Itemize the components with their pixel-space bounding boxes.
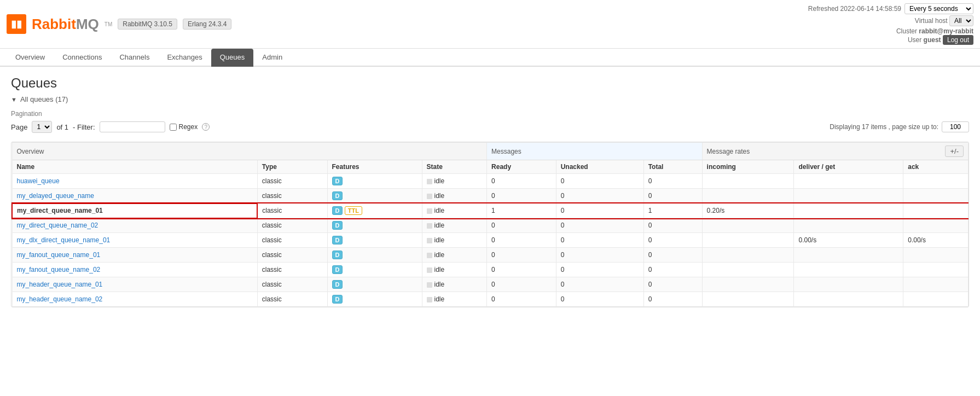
queue-name-link[interactable]: my_fanout_queue_name_01 (17, 251, 101, 259)
cluster-row: Cluster rabbit@my-rabbit (808, 27, 973, 35)
pagination-controls: Page 1 of 1 - Filter: Regex ? Displaying… (11, 121, 969, 133)
logout-button[interactable]: Log out (943, 35, 973, 45)
queue-ack-cell (903, 263, 969, 277)
user-row: User guest Log out (808, 35, 973, 45)
queue-ack-cell (903, 189, 969, 203)
table-row[interactable]: my_dlx_direct_queue_name_01classicD idle… (12, 233, 969, 248)
queue-name-link[interactable]: my_header_queue_name_01 (17, 281, 103, 288)
state-indicator-icon (427, 267, 432, 273)
queue-ready-cell: 0 (487, 189, 556, 203)
logo-area: ▮▮ RabbitMQ TM RabbitMQ 3.10.5 Erlang 24… (7, 14, 231, 34)
queue-type-cell: classic (257, 218, 327, 233)
plus-minus-button[interactable]: +/- (945, 145, 964, 157)
queue-name-cell[interactable]: my_direct_queue_name_01 (12, 203, 257, 218)
cluster-label: Cluster (896, 27, 917, 35)
rabbitmq-version: RabbitMQ 3.10.5 (118, 19, 177, 30)
col-type: Type (257, 160, 327, 174)
queue-ack-cell (903, 292, 969, 307)
queue-deliver-get-cell (794, 189, 903, 203)
table-row[interactable]: my_delayed_queue_nameclassicD idle000 (12, 189, 969, 203)
table-row[interactable]: my_header_queue_name_01classicD idle000 (12, 277, 969, 292)
queue-name-link[interactable]: my_delayed_queue_name (17, 192, 94, 200)
table-row[interactable]: my_fanout_queue_name_01classicD idle000 (12, 248, 969, 263)
nav-queues[interactable]: Queues (211, 49, 254, 67)
page-size-input[interactable] (942, 121, 969, 132)
help-icon[interactable]: ? (202, 123, 210, 131)
logo-mq: MQ (76, 16, 99, 32)
regex-check[interactable]: Regex (170, 123, 198, 131)
queue-name-link[interactable]: my_fanout_queue_name_02 (17, 266, 101, 273)
queue-name-link[interactable]: my_dlx_direct_queue_name_01 (17, 236, 111, 244)
queue-name-cell[interactable]: huawei_queue (12, 174, 257, 189)
queue-name-cell[interactable]: my_fanout_queue_name_01 (12, 248, 257, 263)
vhost-select[interactable]: All (949, 15, 973, 26)
regex-checkbox[interactable] (170, 124, 177, 131)
state-indicator-icon (427, 208, 432, 214)
queue-name-cell[interactable]: my_header_queue_name_02 (12, 292, 257, 307)
queue-name-link[interactable]: my_direct_queue_name_01 (17, 207, 103, 214)
queue-ready-cell: 0 (487, 174, 556, 189)
queue-ready-cell: 1 (487, 203, 556, 218)
queue-unacked-cell: 0 (556, 218, 643, 233)
queue-features-cell: D (327, 174, 422, 189)
queue-state-cell: idle (422, 203, 487, 218)
group-header-row: Overview Messages Message rates +/- (12, 143, 969, 160)
queue-name-cell[interactable]: my_direct_queue_name_02 (12, 218, 257, 233)
queue-total-cell: 0 (643, 189, 702, 203)
state-indicator-icon (427, 282, 432, 288)
refresh-row: Refreshed 2022-06-14 14:58:59 Every 5 se… (808, 3, 973, 14)
nav-bar: Overview Connections Channels Exchanges … (0, 49, 980, 67)
table-row[interactable]: my_direct_queue_name_02classicD idle000 (12, 218, 969, 233)
nav-exchanges[interactable]: Exchanges (158, 49, 211, 67)
queue-unacked-cell: 0 (556, 174, 643, 189)
queue-incoming-cell (702, 218, 794, 233)
queue-ready-cell: 0 (487, 248, 556, 263)
page-select[interactable]: 1 (32, 121, 52, 133)
state-indicator-icon (427, 253, 432, 258)
queue-ready-cell: 0 (487, 263, 556, 277)
group-messages: Messages (487, 143, 702, 160)
col-incoming: incoming (702, 160, 794, 174)
nav-connections[interactable]: Connections (54, 49, 111, 67)
queue-ack-cell (903, 174, 969, 189)
queue-name-cell[interactable]: my_fanout_queue_name_02 (12, 263, 257, 277)
queue-name-link[interactable]: huawei_queue (17, 177, 60, 185)
queue-total-cell: 0 (643, 233, 702, 248)
page-title: Queues (11, 75, 969, 91)
queue-name-cell[interactable]: my_delayed_queue_name (12, 189, 257, 203)
queue-incoming-cell (702, 233, 794, 248)
queue-table: Overview Messages Message rates +/- Name… (11, 142, 969, 307)
state-indicator-icon (427, 223, 432, 229)
col-unacked: Unacked (556, 160, 643, 174)
queue-deliver-get-cell (794, 277, 903, 292)
table-row[interactable]: huawei_queueclassicD idle000 (12, 174, 969, 189)
queue-total-cell: 0 (643, 174, 702, 189)
refresh-interval-select[interactable]: Every 5 secondsEvery 10 secondsEvery 30 … (904, 3, 973, 14)
queue-name-link[interactable]: my_direct_queue_name_02 (17, 222, 98, 229)
top-bar: ▮▮ RabbitMQ TM RabbitMQ 3.10.5 Erlang 24… (0, 0, 980, 49)
table-row[interactable]: my_fanout_queue_name_02classicD idle000 (12, 263, 969, 277)
table-row[interactable]: my_direct_queue_name_01classicD TTL idle… (12, 203, 969, 218)
col-name: Name (12, 160, 257, 174)
of-label: of 1 (56, 123, 68, 131)
nav-channels[interactable]: Channels (111, 49, 158, 67)
queue-ready-cell: 0 (487, 292, 556, 307)
queue-name-cell[interactable]: my_header_queue_name_01 (12, 277, 257, 292)
section-header[interactable]: ▼ All queues (17) (11, 95, 969, 103)
queue-unacked-cell: 0 (556, 248, 643, 263)
nav-admin[interactable]: Admin (253, 49, 291, 67)
state-indicator-icon (427, 179, 432, 184)
queue-deliver-get-cell (794, 248, 903, 263)
queue-state-cell: idle (422, 218, 487, 233)
table-row[interactable]: my_header_queue_name_02classicD idle000 (12, 292, 969, 307)
queue-total-cell: 0 (643, 218, 702, 233)
queue-name-cell[interactable]: my_dlx_direct_queue_name_01 (12, 233, 257, 248)
queue-state-cell: idle (422, 263, 487, 277)
erlang-version: Erlang 24.3.4 (183, 19, 231, 30)
queue-name-link[interactable]: my_header_queue_name_02 (17, 295, 103, 303)
nav-overview[interactable]: Overview (7, 49, 54, 67)
page-content: Queues ▼ All queues (17) Pagination Page… (0, 67, 980, 316)
queue-unacked-cell: 0 (556, 233, 643, 248)
filter-input[interactable] (100, 121, 165, 132)
section-arrow-icon: ▼ (11, 96, 17, 103)
